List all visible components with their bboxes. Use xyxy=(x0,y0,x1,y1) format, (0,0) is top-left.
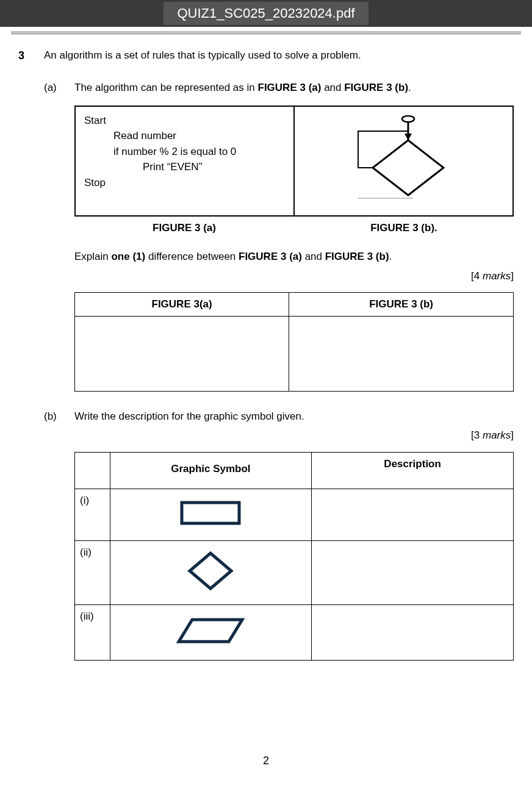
part-a-marks: [4 marks] xyxy=(74,268,514,284)
text: and xyxy=(321,82,344,93)
answer-cell-a[interactable] xyxy=(75,316,289,391)
answer-head-a: FIGURE 3(a) xyxy=(75,293,289,317)
answer-head-b: FIGURE 3 (b) xyxy=(289,293,514,317)
caption-3a: FIGURE 3 (a) xyxy=(74,220,294,236)
part-b-marks: [3 marks] xyxy=(74,428,514,443)
figure-captions: FIGURE 3 (a) FIGURE 3 (b). xyxy=(74,220,514,236)
text: . xyxy=(408,82,411,93)
figure-ref-a: FIGURE 3 (a) xyxy=(239,251,302,262)
pseudo-line: Print “EVEN” xyxy=(84,159,285,175)
desc-cell[interactable] xyxy=(312,605,514,661)
question-stem: An algorithm is a set of rules that is t… xyxy=(44,48,514,63)
svg-marker-5 xyxy=(190,553,231,589)
process-rectangle-icon xyxy=(177,498,244,528)
table-row: (i) xyxy=(75,489,514,541)
text: and xyxy=(302,251,325,262)
part-a: (a) The algorithm can be represented as … xyxy=(44,80,514,392)
row-num: (i) xyxy=(75,489,110,541)
symbol-cell xyxy=(110,541,312,605)
svg-marker-3 xyxy=(373,140,444,195)
part-b-label: (b) xyxy=(44,409,74,425)
text-bold: one (1) xyxy=(111,251,145,262)
page-number: 2 xyxy=(0,754,532,767)
part-b-body: Write the description for the graphic sy… xyxy=(74,409,514,661)
text: Explain xyxy=(74,251,111,262)
table-row: (iii) xyxy=(75,605,514,661)
pseudo-line: Read number xyxy=(84,128,285,144)
pseudo-line: Stop xyxy=(84,175,285,191)
part-b: (b) Write the description for the graphi… xyxy=(44,409,514,661)
content: 3 An algorithm is a set of rules that is… xyxy=(0,48,532,661)
top-rule xyxy=(11,32,521,34)
symbol-table: Graphic Symbol Description (i) (ii xyxy=(74,452,514,661)
svg-point-0 xyxy=(402,116,414,122)
part-a-explain: Explain one (1) difference between FIGUR… xyxy=(74,249,514,265)
question-number: 3 xyxy=(18,48,44,64)
symbol-head-symbol: Graphic Symbol xyxy=(110,452,312,489)
symbol-head-blank xyxy=(75,452,110,489)
question-row: 3 An algorithm is a set of rules that is… xyxy=(18,48,514,64)
answer-cell-b[interactable] xyxy=(289,316,514,391)
part-a-intro: The algorithm can be represented as in F… xyxy=(74,80,514,96)
pdf-titlebar: QUIZ1_SC025_20232024.pdf xyxy=(0,0,532,27)
pseudocode: Start Read number if number % 2 is equal… xyxy=(84,113,285,191)
svg-rect-4 xyxy=(182,503,239,523)
symbol-cell xyxy=(110,489,312,541)
answer-table-a: FIGURE 3(a) FIGURE 3 (b) xyxy=(74,292,514,392)
part-a-body: The algorithm can be represented as in F… xyxy=(74,80,514,392)
figure-3b-cell xyxy=(295,107,512,215)
symbol-cell xyxy=(110,605,312,661)
text: . xyxy=(389,251,392,262)
pseudo-line: if number % 2 is equal to 0 xyxy=(84,144,285,160)
figure-3a-cell: Start Read number if number % 2 is equal… xyxy=(76,107,295,215)
svg-marker-6 xyxy=(179,620,242,642)
table-row: (ii) xyxy=(75,541,514,605)
row-num: (iii) xyxy=(75,605,110,661)
desc-cell[interactable] xyxy=(312,541,514,605)
pdf-filename: QUIZ1_SC025_20232024.pdf xyxy=(164,2,368,25)
decision-diamond-icon xyxy=(186,550,235,592)
pseudo-line: Start xyxy=(84,113,285,129)
desc-cell[interactable] xyxy=(312,489,514,541)
symbol-head-desc: Description xyxy=(312,452,514,489)
part-a-label: (a) xyxy=(44,80,74,96)
flowchart-diamond-loop-icon xyxy=(352,113,456,204)
part-b-text: Write the description for the graphic sy… xyxy=(74,409,514,425)
figure-ref-b: FIGURE 3 (b) xyxy=(344,82,408,93)
row-num: (ii) xyxy=(75,541,110,605)
figure-ref-a: FIGURE 3 (a) xyxy=(258,82,322,93)
text: The algorithm can be represented as in xyxy=(74,82,258,93)
caption-3b: FIGURE 3 (b). xyxy=(294,220,514,236)
figure-ref-b: FIGURE 3 (b) xyxy=(325,251,389,262)
text: difference between xyxy=(145,251,239,262)
page: 3 An algorithm is a set of rules that is… xyxy=(0,32,532,799)
figure-box: Start Read number if number % 2 is equal… xyxy=(74,106,514,217)
io-parallelogram-icon xyxy=(174,614,247,648)
